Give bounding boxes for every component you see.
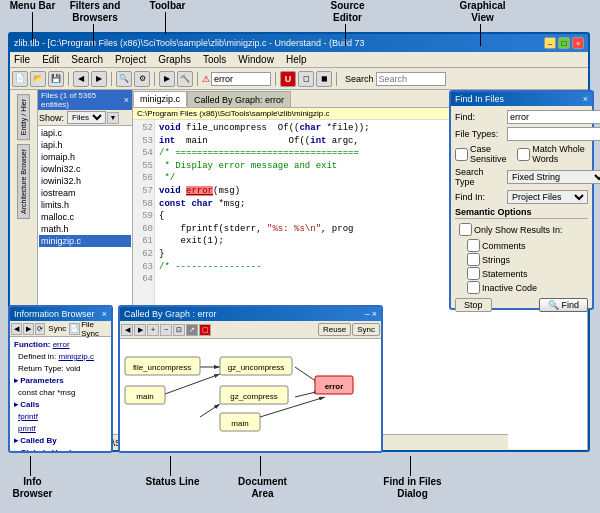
find-in-select[interactable]: Project Files Current File [507,190,588,204]
menu-graphs[interactable]: Graphs [156,54,193,65]
search-type-label: Search Type [455,167,505,187]
graph-fit[interactable]: ⊡ [173,324,185,336]
graph-forward-btn[interactable]: ▶ [134,324,146,336]
tab-minigzip[interactable]: minigzip.c [133,91,187,107]
match-whole-words-label: Match Whole Words [532,144,588,164]
file-item[interactable]: iomaip.h [39,151,131,163]
minimize-button[interactable]: – [544,37,556,49]
graph-sync-btn[interactable]: Sync [352,323,380,336]
find-button[interactable]: 🔍 Find [539,298,588,312]
toolbar-separator-4 [197,72,198,86]
defined-in-link[interactable]: minigzip.c [58,352,94,361]
save-button[interactable]: 💾 [48,71,64,87]
open-button[interactable]: 📂 [30,71,46,87]
file-item[interactable]: iowini32.h [39,175,131,187]
run-button[interactable]: ▶ [159,71,175,87]
toolbar-separator-3 [154,72,155,86]
find-input[interactable] [507,110,600,124]
function-name[interactable]: error [53,340,70,349]
menu-search[interactable]: Search [69,54,105,65]
menu-edit[interactable]: Edit [40,54,61,65]
settings-button[interactable]: ⚙ [134,71,150,87]
file-item[interactable]: malloc.c [39,211,131,223]
stop-button[interactable]: Stop [455,298,492,312]
case-sensitive-checkbox[interactable] [455,148,468,161]
graph-svg: file_uncompress main gz_uncompress gz_co… [120,339,380,439]
browser-btn-1[interactable]: ▼ [107,112,119,124]
graph-back-btn[interactable]: ◀ [121,324,133,336]
inactive-code-checkbox[interactable] [467,281,480,294]
global-search-input[interactable] [376,72,446,86]
graph-zoom-out[interactable]: − [160,324,172,336]
semantic-options-label: Semantic Options [455,207,588,219]
function-label: Function: [14,340,53,349]
calls-label: ▸ Calls [14,400,39,409]
toolbar-btn-u[interactable]: U [280,71,296,87]
file-item[interactable]: math.h [39,223,131,235]
match-whole-words-checkbox[interactable] [517,148,530,161]
svg-line-3 [165,374,220,394]
toolbar-separator-5 [275,72,276,86]
graph-reuse-btn[interactable]: Reuse [318,323,351,336]
build-button[interactable]: 🔨 [177,71,193,87]
call-printf[interactable]: printf [18,424,36,433]
comments-checkbox[interactable] [467,239,480,252]
file-item[interactable]: iowlni32.c [39,163,131,175]
tab-arch[interactable]: Architecture Browser [17,144,30,219]
title-text: zlib.tlb - [C:\Program Files (x86)\SciTo… [14,38,365,48]
svg-text:gz_compress: gz_compress [230,392,278,401]
back-button[interactable]: ◀ [73,71,89,87]
forward-button[interactable]: ▶ [91,71,107,87]
info-browser: Information Browser × ◀ ▶ ⟳ Sync 📄 File … [8,305,113,453]
search-type-select[interactable]: Fixed String Regular Expression [507,170,600,184]
file-item[interactable]: iapi.c [39,127,131,139]
toolbar-separator-6 [336,72,337,86]
close-button[interactable]: × [572,37,584,49]
project-browser-toolbar: Show: Files ▼ [38,110,132,126]
only-show-checkbox[interactable] [459,223,472,236]
file-item[interactable]: iapi.h [39,139,131,151]
call-fprintf[interactable]: fprintf [18,412,38,421]
graph-zoom-in[interactable]: + [147,324,159,336]
toolbar-btn-extra1[interactable]: ◻ [298,71,314,87]
project-browser-close[interactable]: × [124,95,129,105]
new-button[interactable]: 📄 [12,71,28,87]
tab-called-by-graph[interactable]: Called By Graph: error [187,91,291,107]
menu-window[interactable]: Window [236,54,276,65]
info-close-btn[interactable]: × [102,309,107,319]
param-msg: const char *msg [14,387,107,399]
info-back-btn[interactable]: ◀ [11,323,22,335]
file-item-selected[interactable]: minigzip.c [39,235,131,247]
graph-arrow-type[interactable]: ↗ [186,324,198,336]
statements-checkbox[interactable] [467,267,480,280]
menu-tools[interactable]: Tools [201,54,228,65]
graph-toolbar: ◀ ▶ + − ⊡ ↗ ▢ Reuse Sync [120,321,381,339]
tab-entity[interactable]: Entity / Hier [17,94,30,140]
file-item[interactable]: iostream [39,187,131,199]
file-types-input[interactable] [507,127,600,141]
menu-file[interactable]: File [12,54,32,65]
file-item[interactable]: limits.h [39,199,131,211]
graph-minimize[interactable]: – [365,309,370,319]
title-bar: zlib.tlb - [C:\Program Files (x86)\SciTo… [10,34,588,52]
info-sync-btn[interactable]: ⟳ [35,323,46,335]
maximize-button[interactable]: □ [558,37,570,49]
graph-close[interactable]: × [372,309,377,319]
find-button[interactable]: 🔍 [116,71,132,87]
toolbar-btn-extra2[interactable]: ◼ [316,71,332,87]
strings-checkbox[interactable] [467,253,480,266]
info-file-sync-btn[interactable]: 📄 [69,323,80,335]
search-input[interactable] [211,72,271,86]
svg-text:main: main [231,419,248,428]
statements-label: Statements [482,269,528,279]
find-panel-close[interactable]: × [583,94,588,104]
defined-in: Defined in: minigzip.c [14,351,107,363]
menu-project[interactable]: Project [113,54,148,65]
graph-area[interactable]: file_uncompress main gz_uncompress gz_co… [120,339,381,439]
menu-help[interactable]: Help [284,54,309,65]
graph-select[interactable]: ▢ [199,324,211,336]
strings-label: Strings [482,255,510,265]
info-forward-btn[interactable]: ▶ [23,323,34,335]
show-select[interactable]: Files [67,111,106,124]
svg-text:error: error [325,382,344,391]
